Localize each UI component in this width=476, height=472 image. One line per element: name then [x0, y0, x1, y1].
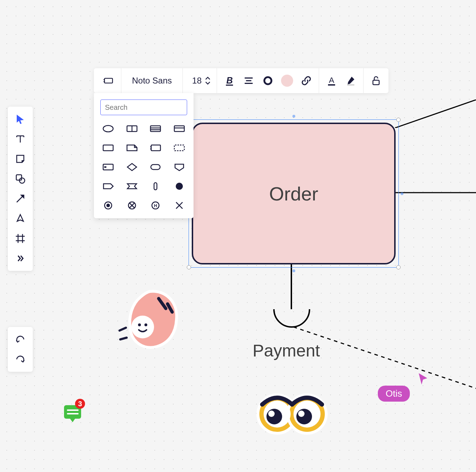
svg-rect-47 — [373, 80, 379, 85]
frame-tool[interactable] — [11, 230, 29, 247]
svg-rect-51 — [150, 126, 160, 132]
shape-picker-dropdown: H — [94, 93, 194, 218]
pen-tool[interactable] — [11, 210, 29, 227]
svg-rect-57 — [151, 145, 160, 151]
highlight-button[interactable] — [343, 73, 359, 89]
svg-point-20 — [266, 409, 282, 424]
shape-x[interactable] — [171, 199, 187, 212]
payment-arc-icon — [270, 306, 313, 331]
svg-point-21 — [296, 409, 312, 424]
svg-point-10 — [138, 323, 141, 326]
left-toolbar — [8, 107, 33, 271]
shape-two-column[interactable] — [124, 122, 140, 135]
svg-rect-28 — [16, 175, 22, 180]
svg-line-15 — [120, 338, 127, 339]
shape-folded-corner[interactable] — [124, 141, 140, 154]
redo-button[interactable] — [11, 350, 29, 368]
shape-banner[interactable] — [124, 180, 140, 193]
undo-button[interactable] — [11, 331, 29, 348]
svg-line-14 — [120, 328, 126, 331]
order-node-label: Order — [269, 183, 318, 205]
text-color-button[interactable]: A — [323, 73, 340, 89]
history-toolbar — [8, 327, 33, 372]
svg-point-65 — [176, 183, 183, 190]
border-style-button[interactable] — [260, 73, 276, 89]
svg-rect-45 — [328, 84, 335, 86]
svg-text:A: A — [329, 76, 334, 85]
select-tool[interactable] — [11, 110, 29, 128]
shape-rect[interactable] — [100, 141, 116, 154]
shape-circle-x[interactable] — [124, 199, 140, 212]
fill-color-button[interactable] — [279, 73, 295, 89]
shape-circle-filled[interactable] — [171, 180, 187, 193]
svg-text:3: 3 — [78, 400, 82, 408]
svg-point-43 — [264, 77, 271, 84]
shape-search-input[interactable] — [100, 100, 187, 115]
text-tool[interactable] — [11, 130, 29, 148]
font-size-value: 18 — [192, 76, 202, 86]
remote-cursor-icon — [418, 372, 429, 385]
svg-point-48 — [103, 125, 113, 132]
shape-diamond[interactable] — [124, 161, 140, 173]
svg-rect-56 — [103, 145, 113, 151]
font-size-stepper[interactable]: 18 — [187, 76, 212, 86]
bold-button[interactable]: B — [221, 73, 238, 89]
context-toolbar: Noto Sans 18 B A — [94, 68, 388, 93]
svg-point-22 — [268, 411, 275, 417]
shape-tool[interactable] — [11, 170, 29, 188]
font-family-select[interactable]: Noto Sans — [126, 76, 178, 86]
order-node[interactable]: Order — [192, 123, 396, 264]
arrow-tool[interactable] — [11, 190, 29, 208]
link-button[interactable] — [298, 73, 314, 89]
remote-cursor-label: Otis — [378, 386, 410, 402]
shape-ellipse[interactable] — [100, 122, 116, 135]
svg-point-67 — [106, 204, 110, 207]
shape-card-tabs[interactable] — [148, 141, 164, 154]
shape-shield[interactable] — [171, 161, 187, 173]
svg-text:B: B — [226, 75, 233, 85]
sticky-note-tool[interactable] — [11, 150, 29, 168]
shape-tag[interactable] — [100, 180, 116, 193]
svg-rect-60 — [174, 145, 184, 151]
chevron-up-icon[interactable] — [205, 77, 210, 80]
chevron-down-icon[interactable] — [205, 81, 210, 85]
payment-label: Payment — [253, 341, 320, 360]
comment-pin[interactable]: 3 — [62, 399, 87, 425]
svg-rect-35 — [105, 78, 113, 83]
shape-header-box[interactable] — [171, 122, 187, 135]
fill-color-swatch — [281, 75, 293, 87]
svg-rect-46 — [347, 84, 354, 86]
sticker-ok-hand[interactable] — [116, 284, 184, 357]
align-button[interactable] — [240, 73, 257, 89]
shape-type-button[interactable] — [100, 73, 117, 89]
svg-rect-64 — [154, 183, 157, 190]
shape-three-row[interactable] — [148, 122, 164, 135]
shape-circle-h[interactable]: H — [148, 199, 164, 212]
svg-point-11 — [144, 323, 147, 326]
svg-rect-62 — [104, 166, 106, 168]
shape-side-label[interactable] — [100, 161, 116, 173]
lock-button[interactable] — [368, 73, 384, 89]
shape-ring-filled[interactable] — [100, 199, 116, 212]
svg-point-9 — [131, 316, 154, 338]
shape-dashed-rect[interactable] — [171, 141, 187, 154]
shape-pill-vertical[interactable] — [148, 180, 164, 193]
shape-rounded[interactable] — [148, 161, 164, 173]
svg-text:H: H — [154, 203, 157, 208]
svg-point-23 — [298, 411, 305, 417]
more-tools[interactable] — [11, 250, 29, 267]
svg-rect-63 — [151, 165, 160, 170]
svg-rect-54 — [174, 126, 184, 132]
sticker-eyes[interactable] — [255, 391, 330, 439]
